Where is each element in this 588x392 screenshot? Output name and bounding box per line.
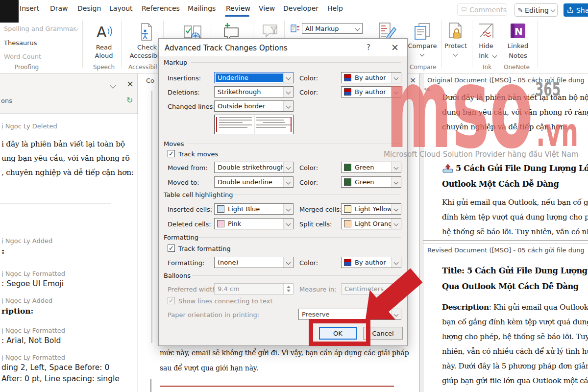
moved-to-dropdown[interactable]: Double underline	[214, 176, 294, 188]
close-icon[interactable]: ×	[410, 75, 416, 85]
read-aloud-label[interactable]: Read	[91, 44, 117, 51]
display-for-review-dropdown[interactable]: All Markup	[302, 23, 363, 34]
description-rest: : Khi gửi email qua Outlook, nếu	[489, 303, 588, 312]
cancel-button[interactable]: Cancel	[363, 327, 403, 340]
protect-icon[interactable]	[447, 22, 465, 43]
revisions-pane-title-fragment: ons	[1, 97, 12, 104]
deleted-cells-label: Deleted cells:	[168, 220, 211, 228]
menu-bar: me Insert Draw Design Layout References …	[0, 0, 588, 18]
merged-cells-dropdown[interactable]: Light Yellow	[341, 203, 401, 215]
ok-button[interactable]: OK	[319, 327, 357, 340]
menu-design[interactable]: Design	[77, 4, 101, 12]
word-count-button[interactable]: Word Count	[4, 53, 41, 60]
original-text-line: Khi gửi email qua Outlook, nếu bạn cố gắ…	[442, 198, 588, 207]
share-button[interactable]: Shar	[564, 3, 588, 17]
menu-review[interactable]: Review	[226, 4, 250, 12]
formatting-dropdown[interactable]: (none)	[214, 257, 294, 268]
protect-button-label[interactable]: Protect	[442, 42, 469, 49]
editing-mode-button[interactable]: ✎ Editing	[514, 3, 558, 17]
pane-splitter[interactable]	[419, 74, 420, 392]
chevron-down-icon	[492, 53, 497, 58]
linked-notes-label-2[interactable]: Notes	[506, 52, 530, 59]
green-swatch	[344, 178, 351, 186]
inserted-cells-label: Inserted cells:	[168, 206, 212, 213]
refresh-icon[interactable]: ↻	[126, 96, 133, 105]
split-cells-dropdown[interactable]: Light Orange	[341, 218, 401, 229]
formatting-color-dropdown[interactable]: By author	[341, 257, 401, 268]
insertions-dropdown[interactable]: Underline	[214, 72, 294, 83]
show-lines-checkbox[interactable]: ✓	[168, 297, 175, 304]
section-rule	[198, 237, 401, 238]
hide-ink-label[interactable]: Hide	[476, 42, 496, 49]
menu-mailings[interactable]: Mailings	[188, 4, 216, 12]
moved-from-color-dropdown[interactable]: Green	[341, 162, 401, 173]
close-icon[interactable]: ×	[126, 78, 134, 89]
comments-button[interactable]: Comments	[457, 3, 507, 16]
paper-orientation-dropdown[interactable]: Preserve	[298, 309, 401, 320]
insertions-label: Insertions:	[168, 74, 201, 82]
chevron-down-icon	[550, 7, 555, 12]
close-icon[interactable]: ×	[391, 42, 399, 52]
track-formatting-checkbox[interactable]: ✓	[168, 245, 175, 252]
onenote-group-label: OneNote	[504, 64, 530, 71]
changed-lines-dropdown[interactable]: Outside border	[214, 100, 294, 112]
proofing-group-label: Proofing	[15, 64, 39, 71]
compare-icon[interactable]	[413, 22, 432, 43]
menu-layout[interactable]: Layout	[109, 4, 133, 12]
svg-text:N: N	[514, 25, 523, 37]
thesaurus-button[interactable]: Thesaurus	[4, 39, 37, 47]
pane-divider	[423, 243, 588, 244]
hide-ink-icon[interactable]	[477, 22, 495, 42]
accessibility-group-label: Accessibil	[128, 64, 157, 71]
menu-developer[interactable]: Developer	[283, 4, 318, 12]
linked-notes-label[interactable]: Linked	[506, 42, 530, 49]
all-markup-value: All Markup	[302, 25, 353, 32]
split-cells-value: Light Orange	[355, 220, 391, 227]
deletions-value: Strikethrough	[215, 88, 283, 96]
chevron-down-icon	[453, 52, 458, 57]
by-author-swatch	[344, 74, 351, 81]
inserted-cells-dropdown[interactable]: Light Blue	[214, 203, 294, 215]
spelling-grammar-button[interactable]: Spelling and Grammar	[4, 25, 76, 32]
formatting-value: (none)	[215, 259, 283, 266]
track-moves-checkbox[interactable]: ✓	[168, 150, 175, 157]
original-heading-line: 5 Cách Gửi File Dung Lượng Lớn Qua	[456, 164, 588, 173]
deletions-color-label: Color:	[299, 89, 318, 96]
spinner-up-icon[interactable]	[287, 286, 291, 288]
measure-in-dropdown[interactable]: Centimeters	[341, 283, 401, 294]
dialog-titlebar[interactable]: Advanced Track Changes Options ? ×	[159, 39, 407, 56]
menu-draw[interactable]: Draw	[50, 4, 68, 12]
revision-text-line: : Arial, Not Bold	[1, 336, 61, 345]
deletions-color-dropdown[interactable]: By author	[341, 86, 401, 98]
revised-text-line: nhiên, vẫn có nhiều cách để xử lý tình h…	[442, 347, 588, 356]
hide-ink-label-2[interactable]: Ink	[474, 52, 493, 59]
deletions-dropdown[interactable]: Strikethrough	[214, 86, 294, 98]
show-lines-label: Show lines connecting to text	[178, 297, 272, 305]
deleted-cells-dropdown[interactable]: Pink	[214, 218, 294, 229]
onenote-linked-notes-icon[interactable]: N	[510, 23, 526, 41]
ink-group-label: Ink	[483, 64, 491, 71]
markup-section-label: Markup	[164, 59, 187, 66]
comment-bubble-icon	[462, 6, 466, 13]
spinner-down-icon[interactable]	[287, 290, 291, 292]
group-separator	[82, 21, 83, 68]
light-yellow-swatch	[344, 205, 351, 213]
menu-references[interactable]: References	[142, 4, 180, 12]
moved-to-color-dropdown[interactable]: Green	[341, 176, 401, 188]
insertions-color-dropdown[interactable]: By author	[341, 72, 401, 83]
menu-insert[interactable]: Insert	[20, 4, 39, 12]
chevron-down-icon[interactable]	[110, 82, 116, 89]
moved-from-dropdown[interactable]: Double strikethrough	[214, 162, 294, 173]
compare-button-label[interactable]: Compare	[408, 42, 437, 49]
preferred-width-spinner[interactable]: 9.4 cm	[214, 283, 294, 294]
check-accessibility-label[interactable]: Check	[133, 44, 161, 51]
document-text-line: mức này, email sẽ không thể gửi đi. Vì v…	[160, 349, 409, 357]
help-icon[interactable]: ?	[367, 43, 370, 52]
word-application-window: me Insert Draw Design Layout References …	[0, 0, 588, 392]
deletions-color-value: By author	[355, 88, 391, 96]
read-aloud-label-2[interactable]: Aloud	[91, 52, 117, 59]
table-cell-section-label: Table cell highlighting	[164, 191, 233, 198]
menu-help[interactable]: Help	[327, 4, 343, 12]
menu-view[interactable]: View	[259, 4, 275, 12]
scrollbar[interactable]	[151, 91, 152, 343]
